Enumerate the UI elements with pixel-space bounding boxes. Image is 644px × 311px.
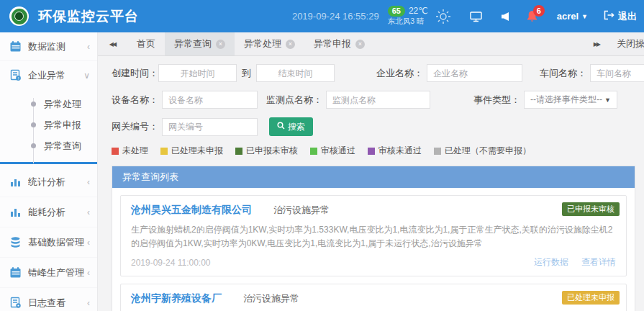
tab-abnormal-query[interactable]: 异常查询 — [165, 32, 235, 55]
company-label: 企业名称： — [376, 67, 423, 80]
database-icon — [9, 236, 22, 248]
tab-bar: ◀◀ 首页 异常查询 异常处理 异常申报 ▶▶ 关闭操作 — [97, 32, 644, 56]
workshop-input[interactable] — [590, 64, 644, 82]
chevron-down-icon: ▼ — [604, 96, 611, 104]
legend-item: 未处理 — [112, 145, 148, 157]
monitor-point-input[interactable] — [326, 91, 430, 109]
close-icon[interactable] — [286, 40, 295, 49]
sidebar-item-abnormal-query[interactable]: 异常查询 — [33, 135, 97, 156]
company-input[interactable] — [427, 64, 522, 82]
tabs-scroll-right-button[interactable]: ▶▶ — [594, 41, 599, 48]
legend-swatch — [112, 148, 119, 155]
legend-item: 已处理（不需要申报） — [434, 145, 531, 157]
chevron-down-icon: ▼ — [581, 13, 588, 20]
chevron-left-icon: ‹ — [87, 268, 90, 278]
event-type-text: 治污设施异常 — [243, 292, 299, 305]
tab-abnormal-declare[interactable]: 异常申报 — [304, 32, 374, 55]
sidebar-accent-bar — [0, 162, 97, 164]
weather-widget: 65 22℃ 东北风3 晴 — [388, 6, 428, 26]
legend-item: 已申报未审核 — [235, 145, 298, 157]
chevron-left-icon: ‹ — [87, 298, 90, 308]
panel-body: 沧州昊兴五金制造有限公司 治污设施异常 已申报未审核 生产设施射蜡机2的启停阀值… — [112, 188, 635, 311]
filter-row-1: 创建时间： 到 企业名称： 车间名称： — [112, 64, 635, 82]
logout-icon — [604, 10, 614, 22]
running-data-link[interactable]: 运行数据 — [534, 256, 568, 269]
bell-icon[interactable]: 6 — [527, 10, 538, 22]
sidebar-submenu: 异常处理 异常申报 异常查询 — [33, 94, 97, 162]
close-operations-menu[interactable]: 关闭操作 — [617, 37, 644, 50]
file-alert-icon: ! — [9, 69, 22, 81]
user-menu[interactable]: acrel ▼ — [557, 11, 588, 22]
sidebar-item-base-data[interactable]: 基础数据管理 ‹ — [0, 227, 97, 258]
app-window: 环保监控云平台 2019-09-24 16:55:29 65 22℃ 东北风3 … — [0, 0, 644, 311]
device-label: 设备名称： — [112, 94, 158, 107]
abnormal-query-list-panel: 异常查询列表 沧州昊兴五金制造有限公司 治污设施异常 已申报未审核 生产设施射蜡… — [112, 166, 635, 311]
app-logo-icon — [9, 6, 29, 26]
to-label: 到 — [242, 67, 251, 80]
view-details-link[interactable]: 查看详情 — [581, 256, 616, 269]
legend-swatch — [368, 148, 375, 155]
create-time-label: 创建时间： — [112, 67, 158, 80]
sidebar-item-energy[interactable]: 能耗分析 ‹ — [0, 197, 97, 227]
header-datetime: 2019-09-24 16:55:29 — [292, 11, 379, 22]
chevron-left-icon: ‹ — [87, 42, 90, 52]
event-type-select[interactable]: --请选择事件类型-- ▼ — [524, 91, 617, 109]
close-icon[interactable] — [216, 40, 225, 49]
wind: 东北风3 — [388, 17, 414, 25]
logout-button[interactable]: 退出 — [604, 10, 637, 23]
speaker-icon[interactable] — [501, 12, 509, 22]
legend-item: 审核未通过 — [368, 145, 422, 157]
event-type-text: 治污设施异常 — [273, 204, 330, 217]
chevron-left-icon: ‹ — [87, 177, 90, 187]
legend-swatch — [310, 148, 317, 155]
tabs-scroll-left-button[interactable]: ◀◀ — [97, 32, 127, 55]
bullet-icon — [31, 143, 36, 148]
list-item: 沧州昊兴五金制造有限公司 治污设施异常 已申报未审核 生产设施射蜡机2的启停阀值… — [120, 195, 627, 276]
sidebar-item-log-view[interactable]: 日志查看 ‹ — [0, 288, 97, 311]
aqi-badge: 65 — [388, 6, 405, 17]
company-name-link[interactable]: 沧州昊兴五金制造有限公司 — [131, 204, 252, 217]
start-time-input[interactable] — [158, 64, 237, 82]
bar-chart-icon — [9, 176, 22, 188]
temperature: 22℃ — [409, 6, 428, 17]
search-button[interactable]: 搜索 — [269, 117, 313, 136]
search-icon — [277, 122, 285, 132]
legend-swatch — [434, 148, 441, 155]
tab-abnormal-handle[interactable]: 异常处理 — [235, 32, 304, 55]
close-icon[interactable] — [355, 40, 365, 49]
abnormal-description: 生产设施射蜡机2的启停阀值为1KW,实时功率为1.533KW,电压变比为1,电流… — [131, 223, 616, 250]
log-file-icon — [9, 297, 22, 309]
tab-home[interactable]: 首页 — [127, 32, 165, 55]
legend-item: 审核通过 — [310, 145, 355, 157]
chevron-left-icon: ‹ — [87, 238, 90, 248]
notification-badge: 6 — [533, 5, 545, 17]
condition: 晴 — [417, 17, 425, 25]
legend-item: 已处理未申报 — [160, 145, 223, 157]
gateway-input[interactable] — [162, 118, 258, 136]
status-badge: 已申报未审核 — [562, 202, 620, 216]
filter-row-2: 设备名称： 监测点名称： 事件类型： --请选择事件类型-- ▼ — [112, 91, 635, 109]
sun-icon — [435, 9, 451, 24]
device-input[interactable] — [162, 91, 258, 109]
filter-row-3: 网关编号： 搜索 — [112, 117, 635, 136]
workshop-label: 车间名称： — [540, 67, 586, 80]
company-name-link[interactable]: 沧州宇新养殖设备厂 — [131, 292, 222, 305]
monitor-icon[interactable] — [470, 11, 482, 22]
bullet-icon — [31, 102, 36, 107]
main-content: 创建时间： 到 企业名称： 车间名称： 设备名称： 监测点名称： 事件类型： -… — [97, 56, 644, 311]
list-item: 沧州宇新养殖设备厂 治污设施异常 已处理未申报 生产设施挤出机2的启停阀值为1K… — [120, 284, 627, 311]
sidebar-item-abnormal-declare[interactable]: 异常申报 — [33, 114, 97, 135]
end-time-input[interactable] — [256, 64, 335, 82]
sidebar-item-peak-production[interactable]: 错峰生产管理 ‹ — [0, 258, 97, 288]
app-title: 环保监控云平台 — [38, 7, 139, 26]
chevron-down-icon: ∨ — [83, 71, 90, 81]
sidebar-item-abnormal-handle[interactable]: 异常处理 — [33, 94, 97, 114]
calendar-icon — [9, 40, 22, 53]
legend-swatch — [235, 148, 242, 155]
monitor-point-label: 监测点名称： — [266, 94, 322, 107]
sidebar-item-data-monitor[interactable]: 数据监测 ‹ — [0, 32, 97, 61]
chevron-left-icon: ‹ — [87, 207, 90, 217]
bar-chart-icon — [9, 206, 22, 218]
sidebar-item-statistics[interactable]: 统计分析 ‹ — [0, 167, 97, 197]
sidebar-item-enterprise-abnormal[interactable]: ! 企业异常 ∨ — [0, 61, 97, 89]
